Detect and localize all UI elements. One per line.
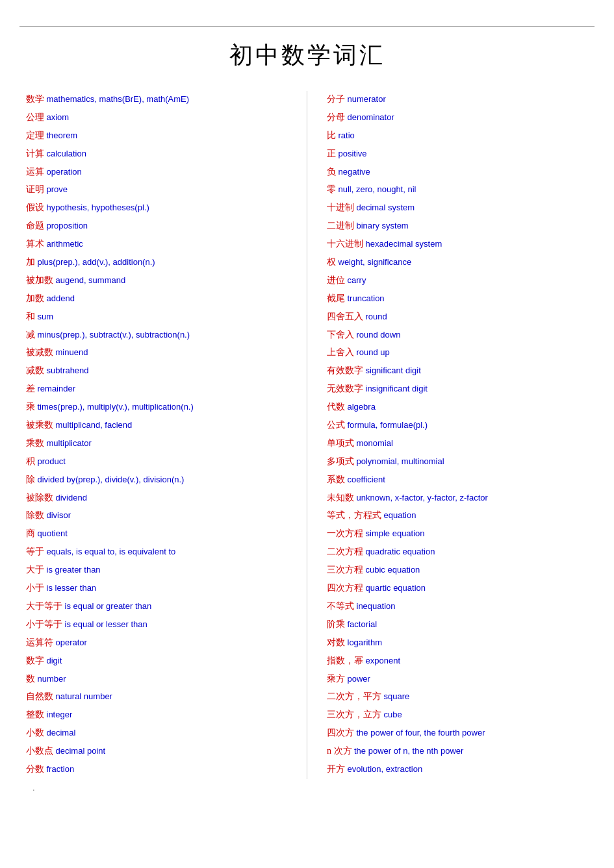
list-item: 等于 equals, is equal to, is equivalent to xyxy=(26,543,287,560)
chinese-term: 二次方程 xyxy=(327,547,363,556)
list-item: 有效数字 significant digit xyxy=(327,362,588,379)
english-term: arithmetic xyxy=(47,239,83,249)
english-term: remainder xyxy=(38,384,76,393)
chinese-term: 和 xyxy=(26,312,35,321)
chinese-term: 三次方程 xyxy=(327,565,363,575)
chinese-term: 截尾 xyxy=(327,293,345,303)
chinese-term: 等于 xyxy=(26,547,44,556)
chinese-term: 零 xyxy=(327,184,336,194)
chinese-term: 运算符 xyxy=(26,638,53,647)
english-term: evolution, extraction xyxy=(348,764,423,774)
chinese-term: 指数，幂 xyxy=(327,656,363,665)
list-item: 比 ratio xyxy=(327,127,588,144)
list-item: 大于等于 is equal or greater than xyxy=(26,598,287,615)
list-item: 被加数 augend, summand xyxy=(26,272,287,289)
chinese-term: 进位 xyxy=(327,275,345,285)
list-item: 三次方，立方 cube xyxy=(327,706,588,723)
chinese-term: 小数点 xyxy=(26,746,53,756)
list-item: 乘 times(prep.), multiply(v.), multiplica… xyxy=(26,399,287,415)
english-term: minus(prep.), subtract(v.), subtraction(… xyxy=(38,330,190,340)
english-term: round up xyxy=(357,347,390,357)
english-term: insignificant digit xyxy=(366,384,428,393)
list-item: 分数 fraction xyxy=(26,761,287,778)
english-term: numerator xyxy=(348,94,386,104)
chinese-term: 乘方 xyxy=(327,674,345,684)
english-term: inequation xyxy=(357,601,396,611)
list-item: 阶乘 factorial xyxy=(327,616,588,633)
chinese-term: 加数 xyxy=(26,293,44,303)
english-term: quadratic equation xyxy=(366,547,435,556)
english-term: quotient xyxy=(38,528,68,538)
list-item: 被减数 minuend xyxy=(26,344,287,361)
english-term: decimal point xyxy=(56,746,106,756)
english-term: sum xyxy=(38,312,54,321)
english-term: round down xyxy=(357,330,401,340)
chinese-term: 大于 xyxy=(26,565,44,575)
list-item: 除 divided by(prep.), divide(v.), divisio… xyxy=(26,471,287,488)
english-term: weight, significance xyxy=(339,257,412,267)
chinese-term: 四次方 xyxy=(327,728,354,738)
left-column: 数学 mathematics, maths(BrE), math(AmE)公理 … xyxy=(19,91,307,779)
list-item: 开方 evolution, extraction xyxy=(327,761,588,778)
list-item: 整数 integer xyxy=(26,706,287,723)
chinese-term: 负 xyxy=(327,167,336,177)
chinese-term: 阶乘 xyxy=(327,619,345,629)
chinese-term: 代数 xyxy=(327,402,345,412)
english-term: minuend xyxy=(56,347,88,357)
english-term: power xyxy=(348,674,370,684)
list-item: 公理 axiom xyxy=(26,109,287,126)
list-item: 零 null, zero, nought, nil xyxy=(327,181,588,198)
list-item: 乘方 power xyxy=(327,671,588,688)
list-item: 数学 mathematics, maths(BrE), math(AmE) xyxy=(26,91,287,108)
list-item: 等式，方程式 equation xyxy=(327,507,588,524)
chinese-term: 下舍入 xyxy=(327,330,354,340)
list-item: 负 negative xyxy=(327,164,588,180)
chinese-term: 系数 xyxy=(327,475,345,484)
chinese-term: 三次方，立方 xyxy=(327,710,381,719)
list-item: 指数，幂 exponent xyxy=(327,652,588,669)
chinese-term: 差 xyxy=(26,384,35,393)
list-item: 截尾 truncation xyxy=(327,290,588,307)
chinese-term: 正 xyxy=(327,149,336,158)
english-term: square xyxy=(384,691,410,701)
list-item: 不等式 inequation xyxy=(327,598,588,615)
chinese-term: 等式，方程式 xyxy=(327,510,381,520)
chinese-term: 小于等于 xyxy=(26,619,62,629)
list-item: 上舍入 round up xyxy=(327,344,588,361)
list-item: 运算符 operator xyxy=(26,634,287,651)
list-item: 数字 digit xyxy=(26,652,287,669)
list-item: 分子 numerator xyxy=(327,91,588,108)
list-item: 假设 hypothesis, hypotheses(pl.) xyxy=(26,199,287,216)
list-item: 乘数 multiplicator xyxy=(26,435,287,452)
chinese-term: 十六进制 xyxy=(327,239,363,249)
english-term: algebra xyxy=(348,402,376,412)
english-term: positive xyxy=(339,149,367,158)
english-term: factorial xyxy=(348,619,377,629)
english-term: is greater than xyxy=(47,565,101,575)
list-item: 未知数 unknown, x-factor, y-factor, z-facto… xyxy=(327,490,588,506)
footer: · xyxy=(19,786,595,796)
chinese-term: n 次方 xyxy=(327,746,352,756)
english-term: unknown, x-factor, y-factor, z-factor xyxy=(357,493,488,502)
english-term: multiplicand, faciend xyxy=(56,420,133,430)
list-item: 除数 divisor xyxy=(26,507,287,524)
list-item: 十进制 decimal system xyxy=(327,199,588,216)
title-section: 初中数学词汇 xyxy=(19,26,595,71)
chinese-term: 上舍入 xyxy=(327,347,354,357)
list-item: 下舍入 round down xyxy=(327,327,588,343)
list-item: 数 number xyxy=(26,671,287,688)
list-item: 单项式 monomial xyxy=(327,435,588,452)
list-item: 证明 prove xyxy=(26,181,287,198)
list-item: 加 plus(prep.), add(v.), addition(n.) xyxy=(26,254,287,271)
chinese-term: 数字 xyxy=(26,656,44,665)
chinese-term: 除数 xyxy=(26,510,44,520)
english-term: is lesser than xyxy=(47,583,97,593)
list-item: 命题 proposition xyxy=(26,217,287,234)
chinese-term: 对数 xyxy=(327,638,345,647)
english-term: plus(prep.), add(v.), addition(n.) xyxy=(38,257,155,267)
english-term: divisor xyxy=(47,510,71,520)
chinese-term: 被加数 xyxy=(26,275,53,285)
english-term: negative xyxy=(339,167,370,177)
english-term: natural number xyxy=(56,691,112,701)
english-term: is equal or lesser than xyxy=(65,619,147,629)
